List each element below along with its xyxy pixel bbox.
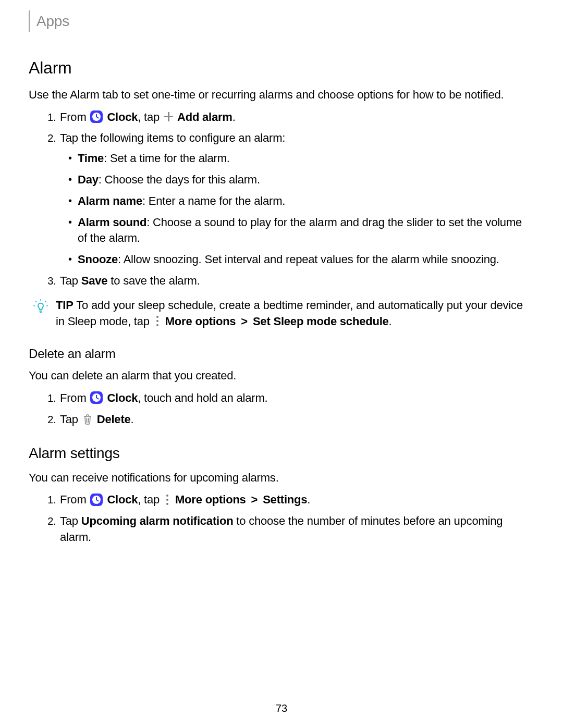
clock-label: Clock: [107, 110, 138, 124]
header-rule: [29, 10, 30, 32]
plus-icon: [164, 112, 173, 121]
settings-step-1: From Clock, tap More options > Settings.: [59, 492, 532, 508]
svg-line-1: [35, 301, 36, 302]
manual-page: Apps Alarm Use the Alarm tab to set one-…: [0, 0, 563, 728]
more-options-label: More options: [175, 493, 246, 506]
text: Tap: [60, 514, 81, 527]
config-snooze: Snooze: Allow snoozing. Set interval and…: [78, 252, 532, 268]
more-options-icon: [165, 495, 170, 505]
settings-intro: You can receive notifications for upcomi…: [29, 470, 532, 486]
page-number: 73: [0, 701, 563, 715]
config-name: Alarm name: Enter a name for the alarm.: [78, 193, 532, 209]
text: From: [60, 391, 89, 404]
text: .: [389, 315, 392, 328]
settings-label: Settings: [263, 493, 307, 506]
alarm-step-3: Tap Save to save the alarm.: [59, 273, 532, 289]
breadcrumb: Apps: [36, 11, 69, 31]
settings-step-2: Tap Upcoming alarm notification to choos…: [59, 513, 532, 546]
tip-label: TIP: [56, 299, 74, 312]
upcoming-label: Upcoming alarm notification: [81, 514, 234, 527]
config-sound: Alarm sound: Choose a sound to play for …: [78, 215, 532, 247]
text: .: [232, 110, 236, 124]
delete-intro: You can delete an alarm that you created…: [29, 368, 532, 384]
text: , touch and hold an alarm.: [138, 391, 267, 404]
clock-icon: [90, 493, 103, 506]
more-options-icon: [155, 316, 160, 326]
save-label: Save: [81, 274, 108, 287]
label: Time: [78, 152, 104, 165]
config-time: Time: Set a time for the alarm.: [78, 151, 532, 167]
gt: >: [248, 493, 261, 506]
delete-step-2: Tap Delete.: [59, 412, 532, 428]
page-header: Apps: [29, 10, 532, 32]
subsection-title-delete: Delete an alarm: [29, 345, 532, 363]
text: Tap: [60, 413, 81, 426]
trash-icon: [82, 414, 93, 425]
alarm-intro: Use the Alarm tab to set one-time or rec…: [29, 87, 532, 103]
text: From: [60, 110, 89, 124]
clock-label: Clock: [107, 391, 138, 404]
delete-steps: From Clock, touch and hold an alarm. Tap…: [29, 390, 532, 428]
section-title-settings: Alarm settings: [29, 443, 532, 463]
clock-icon: [90, 391, 103, 404]
alarm-step-1: From Clock, tap Add alarm.: [59, 109, 532, 126]
set-sleep-label: Set Sleep mode schedule: [253, 315, 389, 328]
text: .: [131, 413, 134, 426]
clock-label: Clock: [107, 493, 138, 506]
text: From: [60, 493, 89, 506]
desc: : Choose the days for this alarm.: [99, 173, 260, 186]
config-day: Day: Choose the days for this alarm.: [78, 172, 532, 188]
desc: : Allow snoozing. Set interval and repea…: [118, 253, 499, 266]
label: Alarm name: [78, 194, 142, 207]
alarm-config-list: Time: Set a time for the alarm. Day: Cho…: [60, 151, 532, 268]
desc: : Enter a name for the alarm.: [142, 194, 285, 207]
lightbulb-icon: [33, 299, 51, 319]
text: Tap: [60, 274, 81, 287]
delete-step-1: From Clock, touch and hold an alarm.: [59, 390, 532, 406]
label: Day: [78, 173, 99, 186]
alarm-step-2: Tap the following items to configure an …: [59, 130, 532, 268]
tip-text: TIP To add your sleep schedule, create a…: [56, 298, 532, 330]
clock-icon: [90, 110, 103, 123]
text: to save the alarm.: [107, 274, 200, 287]
label: Alarm sound: [78, 216, 146, 229]
label: Snooze: [78, 253, 118, 266]
alarm-steps: From Clock, tap Add alarm. Tap the follo…: [29, 109, 532, 289]
add-alarm-label: Add alarm: [177, 110, 232, 124]
more-options-label: More options: [165, 315, 236, 328]
desc: : Set a time for the alarm.: [104, 152, 230, 165]
section-title-alarm: Alarm: [29, 56, 532, 80]
settings-steps: From Clock, tap More options > Settings.…: [29, 492, 532, 545]
text: .: [307, 493, 310, 506]
delete-label: Delete: [97, 413, 131, 426]
tip-callout: TIP To add your sleep schedule, create a…: [29, 298, 532, 330]
text: Tap the following items to configure an …: [60, 131, 285, 144]
text: , tap: [138, 493, 163, 506]
gt: >: [238, 315, 250, 328]
svg-line-2: [45, 301, 46, 302]
text: , tap: [138, 110, 163, 124]
